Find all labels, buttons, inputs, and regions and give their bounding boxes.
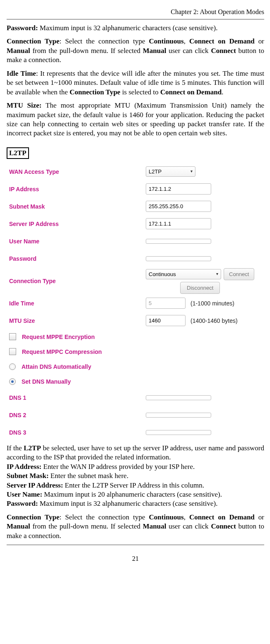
- page-number: 21: [7, 555, 264, 562]
- mppc-checkbox[interactable]: [9, 348, 16, 355]
- mtusize-hint: (1400-1460 bytes): [190, 317, 238, 324]
- label-dns3: DNS 3: [7, 429, 146, 436]
- para-subnet: Subnet Mask: Enter the subnet mask here.: [7, 471, 264, 481]
- label-idletime: Idle Time: [7, 300, 146, 307]
- para-l2tp-desc: If the L2TP be selected, user have to se…: [7, 444, 264, 462]
- b: IP Address:: [7, 463, 41, 471]
- row-wan: WAN Access Type L2TP: [7, 163, 263, 180]
- dns2-input[interactable]: [146, 413, 211, 418]
- dns-manual-label: Set DNS Manually: [22, 378, 71, 385]
- para-mtu: MTU Size: The most appropriate MTU (Maxi…: [7, 101, 264, 138]
- t: Enter the WAN IP address provided by you…: [41, 463, 195, 471]
- para-conntype-bot: Connection Type: Select the connection t…: [7, 513, 264, 541]
- mask-input[interactable]: 255.255.255.0: [146, 201, 211, 212]
- t: Enter the L2TP Server IP Address in this…: [63, 481, 204, 489]
- rule-top: [7, 19, 264, 19]
- label-server: Server IP Address: [7, 221, 146, 227]
- idletime-hint: (1-1000 minutes): [190, 300, 234, 307]
- dns-manual-radio[interactable]: [9, 378, 16, 385]
- disconnect-button[interactable]: Disconnect: [180, 282, 220, 294]
- b: Server IP Address:: [7, 481, 63, 489]
- para-user: User Name: Maximum input is 20 alphanume…: [7, 490, 264, 499]
- server-input[interactable]: 172.1.1.1: [146, 218, 211, 229]
- label-ip: IP Address: [7, 186, 146, 192]
- section-l2tp-label: L2TP: [7, 147, 29, 159]
- para-ipaddr: IP Address: Enter the WAN IP address pro…: [7, 462, 264, 471]
- config-screenshot: WAN Access Type L2TP IP Address 172.1.1.…: [7, 163, 263, 441]
- row-dns1: DNS 1: [7, 389, 263, 406]
- row-server: Server IP Address 172.1.1.1: [7, 215, 263, 233]
- row-conntype: Connection Type Continuous Connect Disco…: [7, 267, 263, 295]
- b: Password:: [7, 24, 38, 32]
- mppe-checkbox[interactable]: [9, 333, 16, 340]
- idletime-input[interactable]: 5: [146, 298, 186, 309]
- conntype-select[interactable]: Continuous: [146, 269, 221, 279]
- t: Maximum input is 20 alphanumeric charact…: [42, 490, 222, 498]
- para-password-bot: Password: Maximum input is 32 alphanumer…: [7, 499, 264, 508]
- t: Maximum input is 32 alphanumeric charact…: [38, 24, 218, 32]
- b: User Name:: [7, 490, 42, 498]
- para-server: Server IP Address: Enter the L2TP Server…: [7, 481, 264, 490]
- label-mtusize: MTU Size: [7, 317, 146, 324]
- row-dns2: DNS 2: [7, 406, 263, 424]
- dns-auto-radio[interactable]: [9, 363, 16, 370]
- t: Enter the subnet mask here.: [49, 472, 129, 480]
- connect-button[interactable]: Connect: [224, 268, 254, 280]
- dns1-input[interactable]: [146, 395, 211, 400]
- b: Subnet Mask:: [7, 472, 49, 480]
- row-dns-manual: Set DNS Manually: [7, 374, 263, 389]
- b: Password:: [7, 500, 38, 507]
- row-mtusize: MTU Size 1460 (1400-1460 bytes): [7, 312, 263, 329]
- row-mask: Subnet Mask 255.255.255.0: [7, 198, 263, 215]
- label-conntype: Connection Type: [7, 278, 146, 284]
- dns3-input[interactable]: [146, 430, 211, 435]
- label-dns1: DNS 1: [7, 394, 146, 401]
- t: Maximum input is 32 alphanumeric charact…: [38, 500, 218, 507]
- para-idle: Idle Time: It represents that the device…: [7, 69, 264, 97]
- page-header: Chapter 2: About Operation Modes: [7, 8, 264, 16]
- row-dns3: DNS 3: [7, 424, 263, 441]
- mppe-label: Request MPPE Encryption: [22, 334, 95, 340]
- dns-auto-label: Attain DNS Automatically: [22, 363, 91, 370]
- label-wan: WAN Access Type: [7, 168, 146, 175]
- label-mask: Subnet Mask: [7, 203, 146, 210]
- ip-input[interactable]: 172.1.1.2: [146, 183, 211, 195]
- mtusize-input[interactable]: 1460: [146, 315, 186, 326]
- label-dns2: DNS 2: [7, 412, 146, 418]
- label-username: User Name: [7, 238, 146, 245]
- username-input[interactable]: [146, 239, 211, 244]
- row-dns-auto: Attain DNS Automatically: [7, 359, 263, 374]
- label-password: Password: [7, 255, 146, 262]
- password-input[interactable]: [146, 256, 211, 261]
- row-ip: IP Address 172.1.1.2: [7, 180, 263, 198]
- para-password-top: Password: Maximum input is 32 alphanumer…: [7, 24, 264, 33]
- row-mppe: Request MPPE Encryption: [7, 329, 263, 344]
- rule-bottom: [7, 545, 264, 545]
- para-conntype-top: Connection Type: Select the connection t…: [7, 37, 264, 65]
- mppc-label: Request MPPC Compression: [22, 348, 102, 355]
- row-idletime: Idle Time 5 (1-1000 minutes): [7, 295, 263, 312]
- row-password: Password: [7, 250, 263, 267]
- wan-access-select[interactable]: L2TP: [146, 166, 195, 177]
- row-mppc: Request MPPC Compression: [7, 344, 263, 359]
- row-username: User Name: [7, 233, 263, 250]
